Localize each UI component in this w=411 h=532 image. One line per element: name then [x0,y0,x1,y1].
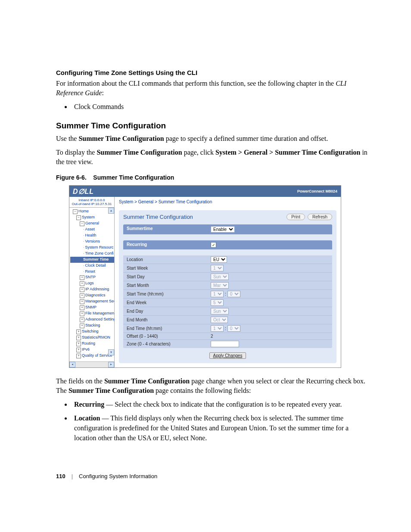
tree-system[interactable]: −System [70,215,114,221]
breadcrumb: System > General > Summer Time Configura… [115,197,341,208]
footer-sep: | [72,473,73,479]
text: The fields on the [56,377,104,385]
text: page, click [182,149,215,156]
label: System [82,215,95,219]
summertime-header: Summertime Enable [123,224,332,234]
ip-info: Inband IP:0.0.0.0 Out-of-band IP:10.27.5… [69,197,114,208]
refresh-button[interactable]: Refresh [308,214,332,220]
h-scrollbar[interactable]: ◂ ▸ [69,361,114,367]
bullet-clock-commands: Clock Commands [72,102,368,112]
start-time-hh-select[interactable]: 1 [211,291,224,297]
start-day-select[interactable]: Sun [211,274,229,280]
start-time-label: Start Time (hh:mm) [127,292,211,296]
row-end-month: End Month Oct [123,316,332,324]
label: Routing [82,341,95,345]
scroll-up-icon[interactable]: ▴ [108,208,114,214]
recurring-checkbox[interactable]: ✓ [211,242,216,248]
tz-cli-para: For information about the CLI commands t… [56,79,368,97]
scroll-right-icon[interactable]: ▸ [108,362,114,367]
tree-summer-active[interactable]: Summer Time [70,257,114,263]
label: Advanced Settings [85,317,114,321]
tree-asset[interactable]: ·Asset [70,227,114,233]
banner: D∅LL PowerConnect M8024 [69,186,341,197]
term: Location [74,414,100,422]
tree-stack[interactable]: +Stacking [70,323,114,329]
tree-diag[interactable]: +Diagnostics [70,292,114,299]
post-p1: The fields on the Summer Time Configurat… [56,376,368,395]
end-time-hh-select[interactable]: 1 [211,325,224,332]
oob-ip: Out-of-band IP:10.27.5.31 [71,202,112,206]
label: Home [78,209,89,213]
label: File Management [85,311,114,315]
tree-home[interactable]: −Home [70,208,114,215]
bullet-recurring: Recurring — Select the check box to indi… [72,399,368,409]
tree-ipaddr[interactable]: +IP Addressing [70,286,114,292]
tree-mgmtsec[interactable]: +Management Secur [70,299,114,305]
scroll-left-icon[interactable]: ◂ [69,362,75,367]
zone-input[interactable] [211,341,239,347]
text: page to specify a defined summer time du… [164,135,328,142]
footer-chapter: Configuring System Information [79,473,157,479]
row-end-week: End Week 5 [123,299,332,307]
nav-sidebar: Inband IP:0.0.0.0 Out-of-band IP:10.27.5… [69,197,115,367]
end-week-select[interactable]: 5 [211,299,224,306]
fields-section: Location EU Start Week 1 Start Day Sun [123,255,332,348]
row-start-month: Start Month Mar [123,281,332,290]
screenshot: D∅LL PowerConnect M8024 Inband IP:0.0.0.… [69,185,341,368]
tree-tzconf[interactable]: ·Time Zone Confi [70,251,114,257]
label: Diagnostics [85,293,106,297]
tree-qos[interactable]: +Quality of Service [70,353,114,359]
end-time-mm-select[interactable]: 0 [227,325,240,332]
print-button[interactable]: Print [286,214,305,220]
end-day-label: End Day [127,309,211,314]
tree-general[interactable]: −General [70,221,114,227]
tree-ipv6[interactable]: +IPv6 [70,347,114,353]
text-bold: Summer Time Configuration [97,149,182,156]
tree-adv[interactable]: +Advanced Settings [70,317,114,323]
fig-title: Summer Time Configuration [93,174,174,181]
tree-filemg[interactable]: +File Management [70,311,114,317]
start-month-select[interactable]: Mar [211,282,229,289]
end-week-label: End Week [127,300,211,305]
nav-path: System > General > Summer Time Configura… [215,149,360,156]
label: Quality of Service [82,353,112,358]
desc: — Select the check box to indicate that … [104,401,342,408]
tree-stats[interactable]: +Statistics/RMON [70,335,114,341]
text: Use the [56,135,78,142]
apply-changes-button[interactable]: Apply Changes [209,352,246,359]
start-day-label: Start Day [127,274,211,279]
tree-health[interactable]: ·Health [70,233,114,239]
tree-logs[interactable]: +Logs [70,280,114,286]
text: : [102,89,103,96]
tree-versions[interactable]: ·Versions [70,239,114,245]
start-week-label: Start Week [127,266,211,271]
label: Summer Time [83,257,109,261]
location-select[interactable]: EU [211,256,227,263]
tree-routing[interactable]: +Routing [70,341,114,347]
row-end-time: End Time (hh:mm) 1 : 0 [123,324,332,333]
start-time-mm-select[interactable]: 0 [227,291,240,297]
tree-reset[interactable]: ·Reset [70,269,114,275]
tree-sntp[interactable]: +SNTP [70,274,114,280]
start-week-select[interactable]: 1 [211,265,224,271]
summertime-select[interactable]: Enable [211,226,235,233]
tree-switch[interactable]: +Switching [70,329,114,335]
label: Time Zone Confi [85,251,114,255]
row-end-day: End Day Sun [123,307,332,316]
end-month-select[interactable]: Oct [211,317,228,323]
text: To display the [56,149,97,156]
row-start-time: Start Time (hh:mm) 1 : 0 [123,290,332,299]
label: Asset [85,227,95,231]
label: IPv6 [82,347,90,352]
device-model: PowerConnect M8024 [297,189,337,193]
colon: : [225,326,226,331]
tree-clockdet[interactable]: ·Clock Detail [70,263,114,269]
start-month-label: Start Month [127,283,211,288]
page-footer: 110 | Configuring System Information [56,473,368,479]
scroll-down-icon[interactable]: ▾ [108,349,114,355]
end-day-select[interactable]: Sun [211,308,229,314]
tree-snmp[interactable]: +SNMP [70,305,114,311]
location-label: Location [127,257,211,262]
recurring-label: Recurring [127,242,211,248]
tree-sysres[interactable]: ·System Resourc [70,245,114,251]
